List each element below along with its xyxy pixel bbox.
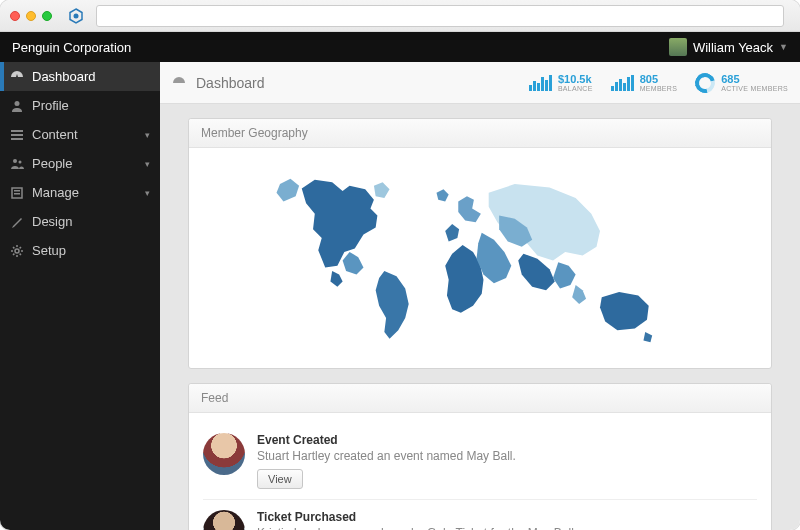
svg-point-2: [15, 101, 20, 106]
ring-icon: [692, 69, 719, 96]
main-content: Dashboard $10.5kBalance 805Members 685Ac…: [160, 32, 800, 530]
svg-rect-3: [11, 130, 23, 132]
svg-rect-5: [11, 138, 23, 140]
user-menu[interactable]: William Yeack ▼: [669, 38, 788, 56]
close-window-button[interactable]: [10, 11, 20, 21]
panel-title: Feed: [189, 384, 771, 413]
user-avatar: [669, 38, 687, 56]
content-scroll[interactable]: Member Geography: [160, 104, 800, 530]
profile-icon: [10, 99, 24, 113]
svg-rect-9: [14, 190, 20, 192]
stat-label: Members: [640, 85, 678, 92]
panel-feed: Feed Event Created Stuart Hartley create…: [188, 383, 772, 530]
stat-value: 805: [640, 74, 678, 85]
sidebar-item-label: Dashboard: [32, 69, 150, 84]
stat-members[interactable]: 805Members: [611, 73, 678, 93]
page-title: Dashboard: [196, 75, 265, 91]
site-favicon: [68, 8, 84, 24]
view-button[interactable]: View: [257, 469, 303, 489]
design-icon: [10, 215, 24, 229]
user-name: William Yeack: [693, 40, 773, 55]
svg-rect-4: [11, 134, 23, 136]
world-map[interactable]: [189, 148, 771, 368]
stat-value: 685: [721, 74, 788, 85]
dashboard-icon: [172, 76, 186, 90]
feed-item: Event Created Stuart Hartley created an …: [203, 423, 757, 500]
sidebar-item-content[interactable]: Content ▾: [0, 120, 160, 149]
avatar: [203, 433, 245, 475]
bars-icon: [529, 75, 552, 91]
feed-item-title: Event Created: [257, 433, 757, 447]
sidebar-item-label: Setup: [32, 243, 150, 258]
sidebar-item-design[interactable]: Design: [0, 207, 160, 236]
stat-label: Balance: [558, 85, 593, 92]
browser-titlebar: [0, 0, 800, 32]
stat-label: Active Members: [721, 85, 788, 92]
sidebar-item-label: Manage: [32, 185, 137, 200]
sidebar-item-setup[interactable]: Setup: [0, 236, 160, 265]
sidebar-item-label: Design: [32, 214, 150, 229]
stat-value: $10.5k: [558, 74, 593, 85]
svg-point-1: [74, 13, 79, 18]
svg-point-11: [15, 249, 19, 253]
stat-active-members[interactable]: 685Active Members: [695, 73, 788, 93]
sidebar: Dashboard Profile Content ▾ People ▾ Man…: [0, 32, 160, 530]
avatar: [203, 510, 245, 530]
company-name: Penguin Corporation: [12, 40, 131, 55]
gear-icon: [10, 244, 24, 258]
chevron-down-icon: ▾: [145, 130, 150, 140]
people-icon: [10, 157, 24, 171]
chevron-down-icon: ▼: [779, 42, 788, 52]
stat-balance[interactable]: $10.5kBalance: [529, 73, 593, 93]
chevron-down-icon: ▾: [145, 159, 150, 169]
sidebar-item-manage[interactable]: Manage ▾: [0, 178, 160, 207]
feed-item-desc: Stuart Hartley created an event named Ma…: [257, 449, 757, 463]
svg-point-7: [19, 160, 22, 163]
feed-item-desc: Kristie Louderman purchased a Gala Ticke…: [257, 526, 757, 530]
sidebar-item-profile[interactable]: Profile: [0, 91, 160, 120]
feed-list: Event Created Stuart Hartley created an …: [189, 413, 771, 530]
maximize-window-button[interactable]: [42, 11, 52, 21]
sidebar-item-people[interactable]: People ▾: [0, 149, 160, 178]
panel-title: Member Geography: [189, 119, 771, 148]
svg-rect-10: [14, 193, 20, 195]
bars-icon: [611, 75, 634, 91]
url-input[interactable]: [96, 5, 784, 27]
sidebar-item-label: Profile: [32, 98, 150, 113]
page-header: Dashboard $10.5kBalance 805Members 685Ac…: [160, 62, 800, 104]
svg-point-6: [13, 159, 17, 163]
sidebar-item-dashboard[interactable]: Dashboard: [0, 62, 160, 91]
stats-row: $10.5kBalance 805Members 685Active Membe…: [529, 73, 788, 93]
content-icon: [10, 128, 24, 142]
sidebar-item-label: Content: [32, 127, 137, 142]
app-topbar: Penguin Corporation William Yeack ▼: [0, 32, 800, 62]
chevron-down-icon: ▾: [145, 188, 150, 198]
feed-item-title: Ticket Purchased: [257, 510, 757, 524]
panel-geography: Member Geography: [188, 118, 772, 369]
sidebar-item-label: People: [32, 156, 137, 171]
manage-icon: [10, 186, 24, 200]
minimize-window-button[interactable]: [26, 11, 36, 21]
feed-item: Ticket Purchased Kristie Louderman purch…: [203, 500, 757, 530]
dashboard-icon: [10, 70, 24, 84]
